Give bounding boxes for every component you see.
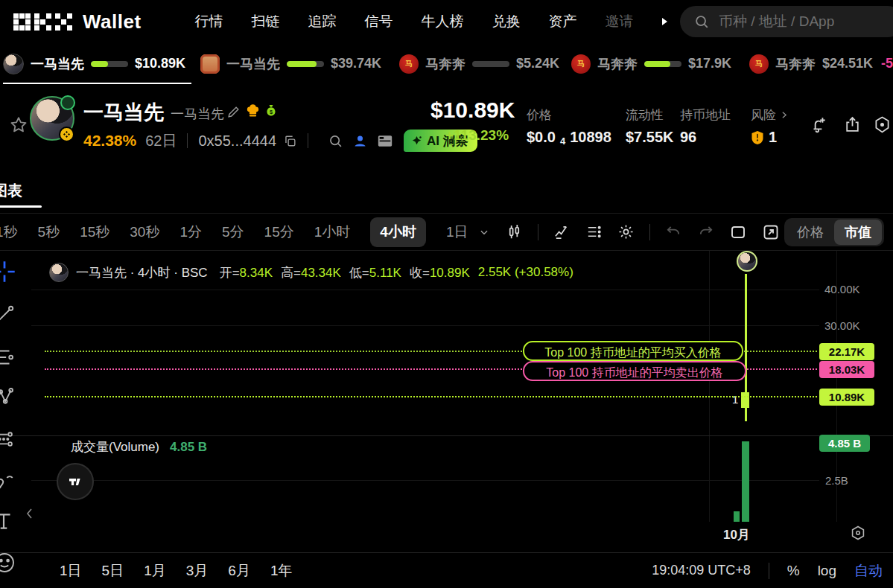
volume-bar <box>734 511 740 522</box>
global-search[interactable]: 币种 / 地址 / DApp <box>680 6 893 37</box>
legend-ohlc: 开=8.34K 高=43.34K 低=5.11K 收=10.89K 2.55K … <box>220 264 573 281</box>
axis-settings-icon[interactable] <box>849 524 867 542</box>
okx-wallet-logo[interactable]: Wallet <box>13 10 142 33</box>
candle-token-marker <box>737 251 757 272</box>
dapp-browser-icon[interactable] <box>377 134 393 148</box>
auto-scale-toggle[interactable]: 自动 <box>854 561 883 581</box>
fullscreen-icon[interactable] <box>762 223 780 241</box>
timeframe-5m[interactable]: 5分 <box>222 223 244 242</box>
ticker-token-value: $5.24K <box>516 56 559 71</box>
redo-icon[interactable] <box>697 223 714 240</box>
timeframe-5s[interactable]: 5秒 <box>38 223 60 242</box>
content-tabs: 图表 <box>0 167 893 214</box>
nav-item-track[interactable]: 追踪 <box>308 12 337 31</box>
bnb-chain-badge-icon <box>59 127 74 142</box>
snapshot-icon[interactable] <box>729 223 747 241</box>
timeframe-15m[interactable]: 15分 <box>264 223 294 242</box>
timeframe-1s[interactable]: 1秒 <box>0 223 18 242</box>
range-3m[interactable]: 3月 <box>186 561 209 581</box>
nav-item-swap[interactable]: 兑换 <box>492 12 521 31</box>
ticker-token-name: 马奔奔 <box>597 55 638 73</box>
text-tool-icon[interactable] <box>0 510 15 532</box>
timeframe-1d[interactable]: 1日 <box>446 223 468 242</box>
indicators-icon[interactable] <box>553 223 571 240</box>
token-avatar: 马 <box>571 54 591 74</box>
volume-legend-value: 4.85 B <box>170 440 207 455</box>
position-tool-icon[interactable] <box>0 428 15 450</box>
chart-area[interactable]: 1 Top 100 持币地址的平均买入价格 Top 100 持币地址的平均卖出价… <box>0 251 893 552</box>
token-avatar-large <box>30 96 74 141</box>
token-age: 62日 <box>145 131 177 151</box>
alert-bell-icon[interactable] <box>809 115 828 135</box>
crosshair-tool-icon[interactable] <box>0 260 16 284</box>
timeframe-4h-selected[interactable]: 4小时 <box>370 217 426 247</box>
divider <box>769 563 769 579</box>
nav-item-invite[interactable]: 邀请 <box>606 12 634 31</box>
pattern-tool-icon[interactable] <box>0 386 15 409</box>
tab-chart[interactable]: 图表 <box>0 181 22 201</box>
ticker-item[interactable]: 一马当先 $10.89K <box>3 43 191 84</box>
nav-item-signal[interactable]: 信号 <box>365 12 393 31</box>
sidebar-collapse-icon[interactable] <box>25 508 34 520</box>
ticker-item[interactable]: 一马当先 $39.74K <box>200 43 381 84</box>
emoji-tool-icon[interactable] <box>0 551 16 575</box>
share-icon[interactable] <box>843 115 862 134</box>
nav-item-leaderboard[interactable]: 牛人榜 <box>422 12 464 31</box>
edit-icon[interactable] <box>226 105 241 119</box>
brush-tool-icon[interactable] <box>0 468 15 490</box>
range-1d[interactable]: 1日 <box>60 561 82 581</box>
ticker-item[interactable]: 马 马奔奔 $17.9K <box>571 43 731 84</box>
clock[interactable]: 19:04:09 UTC+8 <box>652 563 751 578</box>
candle-body <box>741 392 749 408</box>
ticker-progress-bar <box>644 61 681 67</box>
ticker-token-name: 马奔奔 <box>775 55 816 73</box>
percent-scale-toggle[interactable]: % <box>787 563 800 579</box>
layers-icon[interactable] <box>585 223 603 240</box>
legend-token-avatar <box>49 263 69 282</box>
timeframe-30s[interactable]: 30秒 <box>130 223 159 242</box>
trendline-tool-icon[interactable] <box>0 304 15 327</box>
nav-item-market[interactable]: 行情 <box>195 12 223 31</box>
undo-icon[interactable] <box>665 223 682 240</box>
avg-buy-price-label[interactable]: Top 100 持币地址的平均买入价格 <box>523 341 743 361</box>
nav-more-icon[interactable] <box>659 16 670 27</box>
settings-icon[interactable] <box>873 115 892 134</box>
fib-tool-icon[interactable] <box>0 346 15 368</box>
search-token-icon[interactable] <box>328 133 343 149</box>
toggle-price[interactable]: 价格 <box>786 220 834 245</box>
bottom-right-controls: 19:04:09 UTC+8 % log 自动 <box>652 553 883 588</box>
copy-icon[interactable] <box>283 134 297 148</box>
chevron-right-icon <box>779 110 789 120</box>
range-1y[interactable]: 1年 <box>270 561 293 581</box>
candle-style-icon[interactable] <box>506 223 523 240</box>
nav-item-assets[interactable]: 资产 <box>549 12 577 31</box>
tradingview-logo[interactable] <box>57 463 94 500</box>
ticker-item[interactable]: 马 马奔奔 $5.24K <box>399 43 559 84</box>
chart-settings-gear-icon[interactable] <box>617 223 635 240</box>
ticker-item[interactable]: 马 马奔奔 $24.51K -50 <box>749 43 893 84</box>
gridline <box>31 480 819 481</box>
drawing-toolbar <box>0 251 27 588</box>
divider <box>538 224 538 240</box>
pane-separator[interactable] <box>0 435 893 436</box>
timeframe-15s[interactable]: 15秒 <box>80 223 109 242</box>
avg-sell-price-label[interactable]: Top 100 持币地址的平均卖出价格 <box>523 361 746 381</box>
range-6m[interactable]: 6月 <box>228 561 250 581</box>
range-5d[interactable]: 5日 <box>102 561 124 581</box>
ticker-token-name: 一马当先 <box>226 55 280 73</box>
timeframe-1h[interactable]: 1小时 <box>314 223 351 242</box>
chevron-down-icon[interactable] <box>479 227 489 237</box>
timeframe-1m[interactable]: 1分 <box>179 223 202 242</box>
nav-item-scan[interactable]: 扫链 <box>252 12 280 31</box>
volume-bar <box>742 441 749 522</box>
favorite-star-icon[interactable] <box>9 115 28 135</box>
toggle-marketcap[interactable]: 市值 <box>834 220 882 245</box>
chef-hat-icon <box>244 102 261 119</box>
close-value: 10.89K <box>430 266 470 280</box>
chart-legend: 一马当先 · 4小时 · BSC 开=8.34K 高=43.34K 低=5.11… <box>49 263 573 282</box>
holder-profile-icon[interactable] <box>352 133 368 149</box>
risk-shield-icon <box>751 130 764 145</box>
range-1m[interactable]: 1月 <box>144 561 166 581</box>
log-scale-toggle[interactable]: log <box>818 563 836 579</box>
chart-tool-icons <box>506 223 780 241</box>
